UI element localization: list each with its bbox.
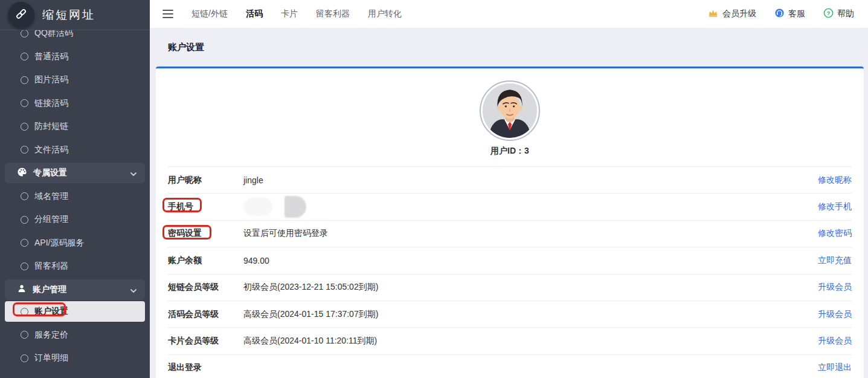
row-value: 初级会员(2023-12-21 15:05:02到期) (243, 282, 818, 293)
member-upgrade-button[interactable]: 会员升级 (707, 8, 756, 20)
sidebar-item-group-management[interactable]: 分组管理 (0, 208, 150, 232)
sidebar-item-retention-tool[interactable]: 留客利器 (0, 255, 150, 278)
sidebar-item-label: 服务定价 (34, 330, 68, 341)
account-settings-card: 用户ID：3 用户昵称 jingle 修改昵称 手机号 修改手机 (156, 67, 864, 378)
sidebar-item-link-qrcode[interactable]: 链接活码 (0, 92, 150, 116)
sidebar-item-antiblock-shortlink[interactable]: 防封短链 (0, 115, 150, 138)
sidebar-section-exclusive-settings[interactable]: 专属设置 (5, 163, 145, 183)
app-logo[interactable] (8, 2, 34, 28)
tab-short-link[interactable]: 短链/外链 (191, 8, 228, 19)
row-label: 退出登录 (168, 362, 243, 373)
sidebar-item-label: 域名管理 (34, 191, 68, 202)
circle-icon (21, 354, 28, 362)
member-upgrade-label: 会员升级 (722, 8, 756, 19)
row-logout: 退出登录 立即退出 (168, 355, 852, 378)
row-label: 活码会员等级 (168, 309, 243, 320)
tab-user-conversion[interactable]: 用户转化 (368, 8, 402, 19)
user-icon (17, 284, 27, 295)
recharge-link[interactable]: 立即充值 (818, 255, 852, 266)
sidebar-item-label: 防封短链 (34, 121, 68, 132)
circle-icon (21, 76, 28, 84)
circle-icon (21, 123, 28, 131)
top-navbar: 短链/外链 活码 卡片 留客利器 用户转化 会员升级 客服 (150, 0, 868, 28)
upgrade-qrcode-member-link[interactable]: 升级会员 (818, 309, 852, 320)
sidebar-item-domain-management[interactable]: 域名管理 (0, 185, 150, 209)
sidebar-item-image-qrcode[interactable]: 图片活码 (0, 68, 150, 92)
app-window: 缩短网址 QQ群活码 普通活码 图片活码 链接活码 防封短链 (0, 0, 868, 378)
link-icon (14, 7, 28, 22)
circle-icon (21, 53, 28, 60)
circle-icon (21, 192, 28, 200)
svg-text:?: ? (827, 10, 831, 16)
sidebar-item-account-settings[interactable]: 账户设置 (5, 301, 145, 322)
hamburger-menu-icon[interactable] (162, 10, 173, 18)
chevron-down-icon (130, 285, 137, 295)
circle-icon (21, 239, 28, 247)
sidebar-item-label: 普通活码 (34, 51, 68, 62)
sidebar-item-api-source-service[interactable]: API/源码服务 (0, 232, 150, 255)
sidebar-item-order-details[interactable]: 订单明细 (0, 347, 150, 370)
top-nav-tabs: 短链/外链 活码 卡片 留客利器 用户转化 (191, 8, 402, 19)
sidebar-item-label: API/源码服务 (34, 238, 84, 249)
question-icon: ? (823, 8, 834, 20)
crown-icon (707, 8, 719, 20)
sidebar-header: 缩短网址 (0, 0, 150, 30)
circle-icon (21, 216, 28, 224)
logout-link[interactable]: 立即退出 (818, 362, 852, 373)
circle-icon (21, 146, 28, 154)
sidebar-item-label: 账户设置 (34, 306, 68, 317)
row-value: 949.00 (243, 256, 818, 266)
chevron-down-icon (130, 168, 137, 178)
sidebar-item-file-qrcode[interactable]: 文件活码 (0, 138, 150, 162)
circle-icon (21, 308, 28, 316)
sidebar-item-label: 订单明细 (34, 353, 68, 363)
user-id-label: 用户ID： (490, 146, 524, 155)
account-rows: 用户昵称 jingle 修改昵称 手机号 修改手机 密码设置 设置后可使用密码登… (168, 166, 852, 378)
edit-password-link[interactable]: 修改密码 (818, 228, 852, 239)
row-label: 卡片会员等级 (168, 336, 243, 347)
upgrade-card-member-link[interactable]: 升级会员 (818, 336, 852, 347)
row-value: 高级会员(2024-01-10 11:20:11到期) (243, 336, 818, 347)
palette-icon (17, 167, 27, 179)
row-shortlink-member-level: 短链会员等级 初级会员(2023-12-21 15:05:02到期) 升级会员 (168, 275, 852, 301)
sidebar: 缩短网址 QQ群活码 普通活码 图片活码 链接活码 防封短链 (0, 0, 150, 378)
sidebar-item-label: 链接活码 (34, 98, 68, 109)
sidebar-item-label: 图片活码 (34, 74, 68, 85)
tab-qrcode[interactable]: 活码 (246, 8, 263, 19)
row-value: jingle (243, 175, 818, 185)
avatar[interactable] (480, 80, 540, 141)
row-qrcode-member-level: 活码会员等级 高级会员(2024-01-15 17:37:07到期) 升级会员 (168, 301, 852, 328)
user-id: 用户ID：3 (490, 146, 529, 157)
row-card-member-level: 卡片会员等级 高级会员(2024-01-10 11:20:11到期) 升级会员 (168, 328, 852, 354)
upgrade-shortlink-member-link[interactable]: 升级会员 (818, 282, 852, 293)
sidebar-item-label: 文件活码 (34, 145, 68, 155)
edit-nickname-link[interactable]: 修改昵称 (818, 175, 852, 186)
user-id-value: 3 (524, 146, 529, 155)
redaction-blob (285, 196, 306, 218)
sidebar-item-common-qrcode[interactable]: 普通活码 (0, 45, 150, 69)
row-label: 账户余额 (168, 255, 243, 266)
circle-icon (21, 30, 28, 37)
help-label: 帮助 (837, 8, 854, 19)
page-title: 账户设置 (168, 42, 204, 53)
circle-icon (21, 262, 28, 270)
brand-name: 缩短网址 (42, 7, 95, 23)
main-area: 短链/外链 活码 卡片 留客利器 用户转化 会员升级 客服 (150, 0, 868, 378)
sidebar-section-label: 专属设置 (33, 168, 67, 178)
row-balance: 账户余额 949.00 立即充值 (168, 247, 852, 274)
row-phone: 手机号 修改手机 (168, 194, 852, 220)
customer-service-button[interactable]: 客服 (774, 8, 805, 20)
top-nav-actions: 会员升级 客服 ? 帮助 (707, 8, 854, 20)
sidebar-item-service-pricing[interactable]: 服务定价 (0, 323, 150, 347)
avatar-image (483, 83, 537, 138)
sidebar-menu: QQ群活码 普通活码 图片活码 链接活码 防封短链 文件活码 (0, 22, 150, 370)
tab-retention-tool[interactable]: 留客利器 (316, 8, 350, 19)
help-button[interactable]: ? 帮助 (823, 8, 854, 20)
row-password: 密码设置 设置后可使用密码登录 修改密码 (168, 221, 852, 247)
sidebar-section-account-management[interactable]: 账户管理 (5, 279, 145, 300)
redaction-blob (243, 198, 272, 216)
tab-card[interactable]: 卡片 (281, 8, 298, 19)
circle-icon (21, 331, 28, 339)
edit-phone-link[interactable]: 修改手机 (818, 201, 852, 212)
row-value: 高级会员(2024-01-15 17:37:07到期) (243, 309, 818, 320)
